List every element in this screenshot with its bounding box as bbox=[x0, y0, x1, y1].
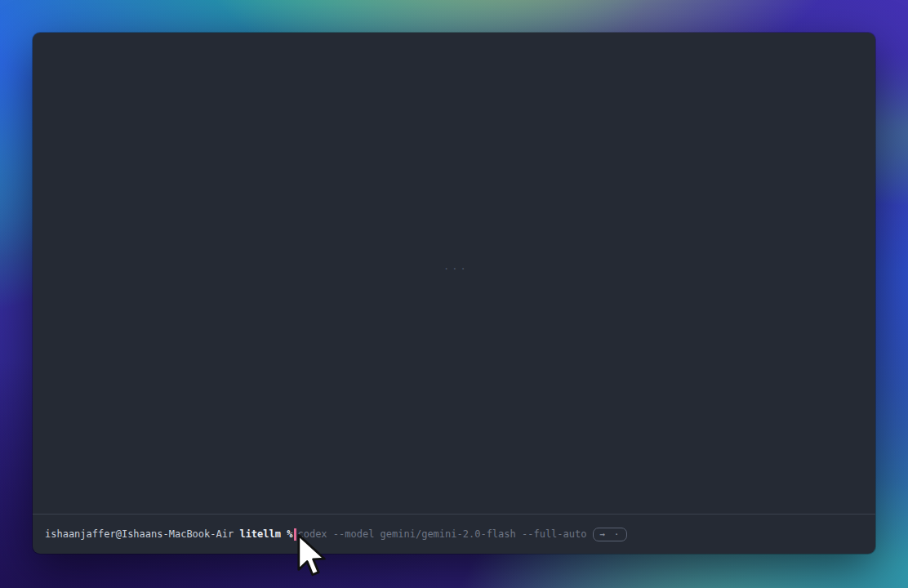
prompt-user-host: ishaanjaffer@Ishaans-MacBook-Air bbox=[45, 528, 239, 540]
terminal-prompt-bar[interactable]: ishaanjaffer@Ishaans-MacBook-Air litellm… bbox=[33, 514, 875, 554]
desktop-wallpaper: ··· ishaanjaffer@Ishaans-MacBook-Air lit… bbox=[0, 0, 908, 588]
terminal-output-area: ··· bbox=[33, 33, 875, 514]
prompt-directory: litellm bbox=[239, 528, 281, 540]
loading-dots: ··· bbox=[443, 263, 469, 274]
prompt-symbol: % bbox=[281, 528, 292, 540]
terminal-window: ··· ishaanjaffer@Ishaans-MacBook-Air lit… bbox=[33, 33, 875, 554]
autosuggestion-text: codex --model gemini/gemini-2.0-flash --… bbox=[297, 528, 586, 540]
accept-suggestion-hint-badge: → · bbox=[593, 528, 627, 541]
text-cursor bbox=[294, 528, 296, 541]
